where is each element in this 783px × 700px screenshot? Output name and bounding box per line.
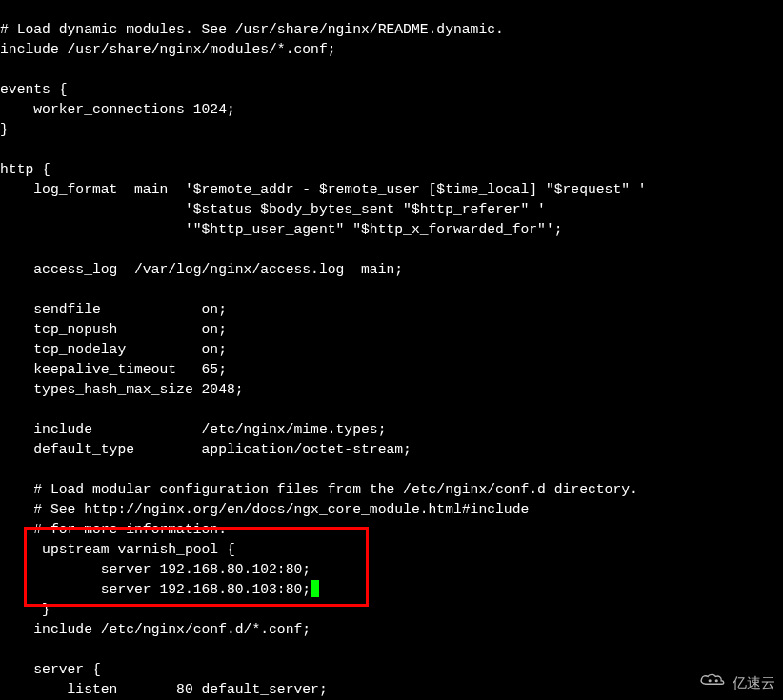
config-line: tcp_nodelay on; [0,342,227,357]
config-line: include /etc/nginx/conf.d/*.conf; [0,622,311,637]
config-line-upstream: server 192.168.80.103:80; [0,582,311,597]
config-line: tcp_nopush on; [0,322,227,337]
config-line: log_format main '$remote_addr - $remote_… [0,182,647,197]
config-line: worker_connections 1024; [0,102,235,117]
config-line: '$status $body_bytes_sent "$http_referer… [0,202,546,217]
config-line: # See http://nginx.org/en/docs/ngx_core_… [0,502,529,517]
config-line: events { [0,82,68,97]
config-line: sendfile on; [0,302,227,317]
config-line: } [0,122,9,137]
config-line: default_type application/octet-stream; [0,442,412,457]
terminal-output: # Load dynamic modules. See /usr/share/n… [0,0,783,700]
config-line-upstream: upstream varnish_pool { [0,542,235,557]
config-line-upstream: server 192.168.80.102:80; [0,562,311,577]
config-line: server { [0,662,101,677]
config-line: types_hash_max_size 2048; [0,382,244,397]
config-line: include /usr/share/nginx/modules/*.conf; [0,42,336,57]
config-line: # Load modular configuration files from … [0,482,638,497]
svg-point-0 [709,679,712,682]
config-line: http { [0,162,50,177]
svg-point-1 [715,679,718,682]
cloud-icon [696,670,729,694]
watermark-text: 亿速云 [733,672,775,692]
config-line: # Load dynamic modules. See /usr/share/n… [0,22,504,37]
config-line: '"$http_user_agent" "$http_x_forwarded_f… [0,222,563,237]
config-line: # for more information. [0,522,227,537]
config-line: access_log /var/log/nginx/access.log mai… [0,262,403,277]
terminal-cursor [311,580,319,597]
watermark: 亿速云 [696,670,775,694]
config-line: keepalive_timeout 65; [0,362,227,377]
config-line-upstream: } [0,602,50,617]
config-line: include /etc/nginx/mime.types; [0,422,386,437]
config-line: listen 80 default_server; [0,682,328,697]
